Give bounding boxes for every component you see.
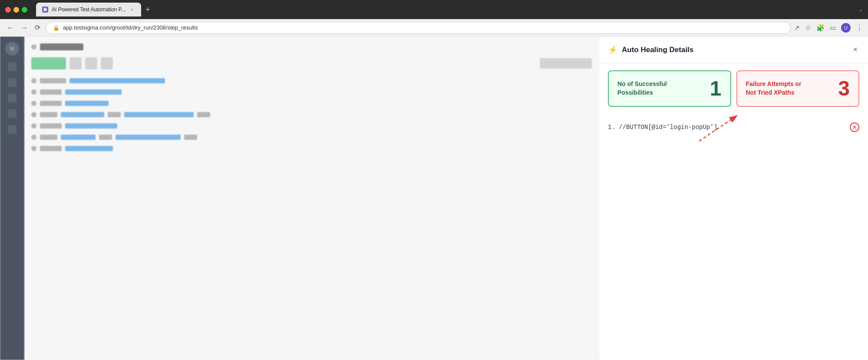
sidebar-toggle-icon[interactable]: ▭ — [830, 24, 836, 32]
success-label: No of Successful Possibilities — [617, 80, 678, 97]
sidebar-icon-4 — [8, 109, 17, 118]
panel-header: ⚡ Auto Healing Details × — [599, 36, 868, 63]
bookmark-icon[interactable]: ☆ — [805, 23, 811, 32]
sidebar-icon-3 — [8, 94, 17, 102]
sidebar-icon-2 — [8, 78, 17, 87]
tab-title: AI Powered Test Automation P... — [52, 7, 125, 13]
filter-bar — [31, 57, 592, 69]
xpath-results-list: 1. //BUTTON[@id='login-popUp'] × — [599, 114, 868, 360]
left-sidebar: U — [0, 36, 24, 360]
left-panel: U — [0, 36, 599, 360]
share-icon[interactable]: ↗ — [794, 24, 800, 32]
failure-value: 3 — [838, 78, 850, 99]
new-tab-button[interactable]: + — [143, 6, 153, 13]
success-value: 1 — [710, 78, 722, 99]
extensions-icon[interactable]: 🧩 — [816, 24, 825, 32]
tab-close-button[interactable]: × — [129, 7, 135, 13]
filter-result-btn — [31, 57, 66, 69]
menu-icon[interactable]: ⋮ — [856, 23, 863, 32]
step-item-7 — [31, 146, 592, 151]
close-traffic-light[interactable] — [5, 7, 11, 13]
failure-attempts-card: Failure Attempts or Not Tried XPaths 3 — [736, 70, 860, 107]
auto-healing-panel: ⚡ Auto Healing Details × No of Successfu… — [599, 36, 868, 360]
tab-bar: AI Powered Test Automation P... × + — [36, 3, 855, 17]
reload-button[interactable]: ⟳ — [33, 22, 42, 33]
step-item-1 — [31, 78, 592, 83]
sidebar-icon-1 — [8, 63, 17, 71]
maximize-traffic-light[interactable] — [22, 7, 27, 13]
back-button[interactable]: ← — [5, 22, 16, 33]
step-item-2 — [31, 89, 592, 95]
address-actions: ↗ ☆ 🧩 ▭ U ⋮ — [794, 23, 863, 33]
sidebar-icon-5 — [8, 125, 17, 134]
successful-possibilities-card: No of Successful Possibilities 1 — [608, 70, 731, 107]
step-item-6 — [31, 135, 592, 140]
step-item-4 — [31, 112, 592, 117]
xpath-remove-button[interactable]: × — [850, 122, 859, 132]
lock-icon: 🔒 — [53, 25, 59, 31]
filter-icon-1 — [69, 57, 82, 69]
step-item-5 — [31, 123, 592, 129]
forward-button[interactable]: → — [19, 22, 30, 33]
browser-chrome: AI Powered Test Automation P... × + ⌄ — [0, 0, 868, 19]
tab-favicon — [42, 7, 48, 13]
main-content: U — [0, 36, 868, 360]
address-bar: ← → ⟳ 🔒 app.testsigma.com/groot/td/dry_r… — [0, 19, 868, 36]
stats-row: No of Successful Possibilities 1 Failure… — [599, 63, 868, 114]
browser-controls-right: ⌄ — [858, 7, 863, 13]
step-item-3 — [31, 101, 592, 106]
address-input[interactable]: 🔒 app.testsigma.com/groot/td/dry_run/230… — [46, 22, 791, 34]
filter-icon-2 — [85, 57, 97, 69]
active-tab[interactable]: AI Powered Test Automation P... × — [36, 3, 141, 17]
close-panel-button[interactable]: × — [851, 43, 859, 56]
svg-point-0 — [43, 8, 47, 11]
failure-label: Failure Attempts or Not Tried XPaths — [746, 80, 807, 97]
panel-title: Auto Healing Details — [622, 46, 847, 54]
xpath-text: 1. //BUTTON[@id='login-popUp'] — [608, 124, 717, 131]
filter-icon-3 — [101, 57, 113, 69]
url-text: app.testsigma.com/groot/td/dry_run/2308/… — [63, 24, 783, 31]
traffic-lights — [5, 7, 27, 13]
xpath-item-1: 1. //BUTTON[@id='login-popUp'] × — [608, 117, 859, 137]
profile-avatar[interactable]: U — [841, 23, 851, 33]
browser-chevron: ⌄ — [858, 7, 863, 13]
sidebar-avatar: U — [5, 42, 19, 56]
left-main — [24, 36, 599, 360]
lightning-icon: ⚡ — [608, 45, 617, 55]
minimize-traffic-light[interactable] — [13, 7, 19, 13]
